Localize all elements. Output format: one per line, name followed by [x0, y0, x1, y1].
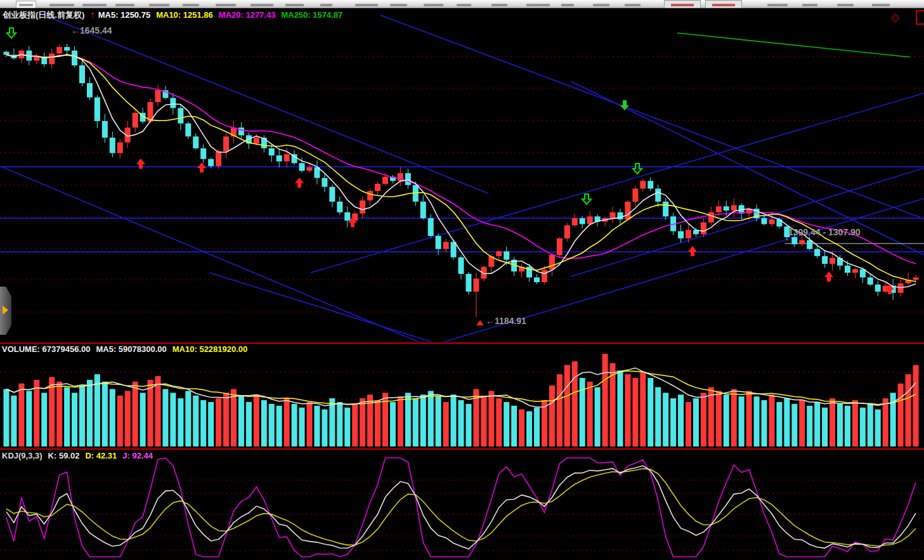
- kdj-k-label: K: 59.02: [48, 451, 80, 460]
- ma10-label: MA10: 1251.86: [156, 10, 213, 20]
- price-range-label: 1309.44 - 1307.90: [788, 227, 861, 237]
- expand-arrow-icon: [3, 306, 8, 315]
- main-chart-header: 创业板指(日线.前复权)↑MA5: 1250.75MA10: 1251.86MA…: [3, 9, 348, 21]
- kdj-d-label: D: 42.31: [85, 451, 117, 460]
- kdj-j-label: J: 92.44: [122, 451, 153, 460]
- ma250-label: MA250: 1574.87: [281, 10, 342, 20]
- volume-header: VOLUME: 67379456.00MA5: 59078300.00MA10:…: [2, 344, 253, 354]
- stock-title: 创业板指(日线.前复权): [3, 10, 84, 20]
- low-price-label: ←1184.91: [486, 316, 526, 326]
- trading-app-window: 创业板指(日线.前复权)↑MA5: 1250.75MA10: 1251.86MA…: [0, 0, 924, 560]
- chart-canvas[interactable]: [0, 0, 924, 560]
- ma5-label: MA5: 1250.75: [98, 10, 150, 20]
- volume-ma5-label: MA5: 59078300.00: [96, 344, 166, 354]
- high-price-label: ←1645.44: [71, 25, 112, 36]
- kdj-header: KDJ(9,3,3)K: 59.02D: 42.31J: 92.44: [2, 451, 159, 460]
- sidebar-expand-tab[interactable]: [0, 287, 11, 335]
- ma20-label: MA20: 1277.43: [219, 10, 276, 20]
- corner-red-box-icon[interactable]: [916, 10, 924, 25]
- trend-up-arrow-icon: ↑: [90, 9, 95, 20]
- volume-label: VOLUME: 67379456.00: [2, 344, 90, 354]
- volume-ma10-label: MA10: 52281920.00: [172, 344, 248, 354]
- diamond-icon[interactable]: ◇: [891, 11, 899, 24]
- kdj-label: KDJ(9,3,3): [2, 451, 42, 460]
